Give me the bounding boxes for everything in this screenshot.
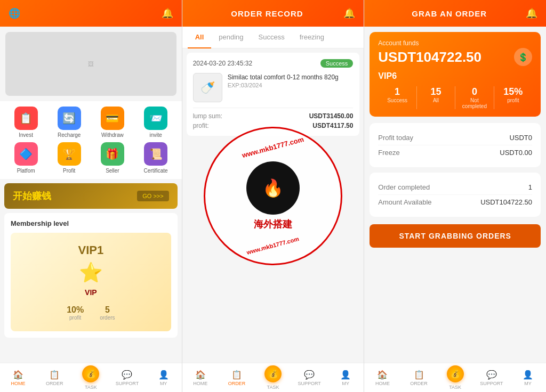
nav-order-label-3: ORDER (410, 381, 428, 386)
home-banner: 🖼 (5, 32, 176, 96)
nav-support-2[interactable]: 💬 SUPPORT (291, 363, 327, 392)
nav-my-3[interactable]: 👤 MY (510, 363, 546, 392)
certificate-item[interactable]: 📜 Certificate (136, 142, 175, 174)
order-bell-icon[interactable]: 🔔 (343, 7, 355, 19)
order-completed-val: 1 (528, 183, 532, 191)
nav-home-2[interactable]: 🏠 HOME (182, 363, 219, 392)
vip-level: VIP6 (378, 71, 532, 81)
freeze-row: Freeze USDT0.00 (378, 145, 532, 160)
nav-support-label-2: SUPPORT (298, 381, 320, 386)
profit-item[interactable]: 🏆 Profit (50, 142, 89, 174)
recharge-item[interactable]: 🔄 Recharge (50, 107, 89, 138)
support-nav-icon: 💬 (122, 370, 132, 380)
stat-not-name: Not completed (455, 97, 493, 109)
nav-support-3[interactable]: 💬 SUPPORT (473, 363, 510, 392)
bell-icon[interactable]: 🔔 (162, 7, 173, 19)
withdraw-icon: 💳 (101, 107, 124, 130)
stat-success-name: Success (378, 97, 416, 103)
nav-order-2[interactable]: 📋 ORDER (219, 363, 255, 392)
vip-badge: VIP (85, 288, 97, 297)
stats-row: 1 Success 15 All 0 Not completed 15% pro… (378, 86, 532, 109)
product-name: Similac total comfort 0-12 months 820g (228, 73, 354, 82)
amount-available-row: Amount Available USDT104722.50 (378, 195, 532, 209)
home-panel: 🌐 🔔 🖼 📋 Invest 🔄 Recharge 💳 Withdraw 📨 i… (0, 0, 182, 392)
vip-orders-value: 5 (100, 305, 115, 315)
certificate-icon: 📜 (144, 142, 167, 166)
account-card: Account funds USDT104722.50 💲 VIP6 1 Suc… (370, 32, 541, 117)
nav-my-label: MY (160, 381, 167, 386)
membership-section: Membership level VIP1 ⭐ VIP 10% profit 5… (4, 213, 178, 338)
start-grabbing-button[interactable]: START GRABBING ORDERS (370, 224, 541, 248)
promo-button[interactable]: GO >>> (137, 191, 168, 201)
tab-freezing[interactable]: freezing (292, 27, 332, 48)
profit-row: profit: USDT4117.50 (193, 122, 354, 129)
tab-pending[interactable]: pending (211, 27, 251, 48)
account-coin-icon: 💲 (514, 48, 532, 66)
nav-task-label-2: TASK (267, 385, 279, 390)
vip-stat-profit: 10% profit (67, 305, 84, 321)
amount-available-key: Amount Available (378, 198, 431, 206)
globe-icon[interactable]: 🌐 (9, 7, 20, 19)
invite-item[interactable]: 📨 invite (136, 107, 175, 138)
product-exp: EXP:03/2024 (228, 82, 354, 88)
home-bottom-nav: 🏠 HOME 📋 ORDER 💰 TASK 💬 SUPPORT 👤 MY (0, 363, 182, 392)
home-header: 🌐 🔔 (0, 0, 182, 27)
nav-order-3[interactable]: 📋 ORDER (400, 363, 437, 392)
task-coin-icon: 💰 (82, 365, 99, 382)
my-nav-icon: 👤 (158, 370, 169, 380)
nav-task-3[interactable]: 💰 TASK (437, 363, 473, 392)
home-nav-icon: 🏠 (13, 370, 23, 380)
home-content: 🖼 📋 Invest 🔄 Recharge 💳 Withdraw 📨 invit… (0, 27, 182, 363)
profit-value: USDT4117.50 (312, 122, 353, 129)
promo-text: 开始赚钱 (13, 190, 51, 202)
platfom-label: Platfom (17, 168, 35, 174)
account-label: Account funds (378, 39, 532, 47)
order-nav-icon: 📋 (49, 370, 60, 380)
stat-not-number: 0 (455, 86, 493, 97)
platfom-icon: 🔷 (14, 142, 38, 166)
tab-success[interactable]: Success (251, 27, 292, 48)
info-section-1: Profit today USDT0 Freeze USDT0.00 (370, 123, 541, 167)
grab-bottom-nav: 🏠 HOME 📋 ORDER 💰 TASK 💬 SUPPORT 👤 MY (364, 363, 546, 392)
vip-profit-value: 10% (67, 305, 84, 315)
account-amount-value: USDT104722.50 (378, 49, 481, 66)
stat-profit-number: 15% (494, 86, 532, 97)
profit-today-row: Profit today USDT0 (378, 130, 532, 145)
my-nav-icon-2: 👤 (340, 370, 351, 380)
lump-sum-value: USDT31450.00 (309, 112, 354, 120)
vip-star: ⭐ (79, 262, 103, 284)
nav-my[interactable]: 👤 MY (146, 363, 182, 392)
nav-home[interactable]: 🏠 HOME (0, 363, 36, 392)
seller-label: Seller (106, 168, 119, 174)
nav-home-3[interactable]: 🏠 HOME (364, 363, 400, 392)
tab-all[interactable]: All (188, 27, 212, 48)
nav-support-label: SUPPORT (116, 381, 139, 386)
lump-sum-label: lump sum: (193, 112, 222, 120)
platfom-item[interactable]: 🔷 Platfom (6, 142, 45, 174)
nav-order[interactable]: 📋 ORDER (36, 363, 73, 392)
profit-today-key: Profit today (378, 134, 413, 142)
nav-task-2[interactable]: 💰 TASK (255, 363, 291, 392)
withdraw-item[interactable]: 💳 Withdraw (93, 107, 132, 138)
profit-label: profit: (193, 122, 209, 129)
nav-my-2[interactable]: 👤 MY (327, 363, 364, 392)
grab-bell-icon[interactable]: 🔔 (526, 7, 537, 19)
seller-item[interactable]: 🎁 Seller (93, 142, 132, 174)
order-record-panel: ORDER RECORD 🔔 All pending Success freez… (182, 0, 365, 392)
order-bottom-nav: 🏠 HOME 📋 ORDER 💰 TASK 💬 SUPPORT 👤 MY (182, 363, 364, 392)
info-section-2: Order completed 1 Amount Available USDT1… (370, 173, 541, 217)
nav-home-label-3: HOME (375, 381, 390, 386)
nav-order-label-2: ORDER (228, 381, 246, 386)
nav-task[interactable]: 💰 TASK (73, 363, 109, 392)
stat-profit-name: profit (494, 97, 532, 103)
invest-item[interactable]: 📋 Invest (6, 107, 45, 138)
withdraw-label: Withdraw (101, 132, 124, 138)
home-nav-icon-3: 🏠 (377, 370, 388, 380)
order-card: 2024-03-20 23:45:32 Success 🍼 Similac to… (187, 53, 360, 136)
task-coin-icon-3: 💰 (447, 365, 464, 382)
order-nav-icon-2: 📋 (231, 370, 242, 380)
my-nav-icon-3: 👤 (523, 370, 533, 380)
nav-task-label: TASK (85, 385, 97, 390)
order-completed-key: Order completed (378, 183, 430, 191)
nav-support[interactable]: 💬 SUPPORT (109, 363, 145, 392)
